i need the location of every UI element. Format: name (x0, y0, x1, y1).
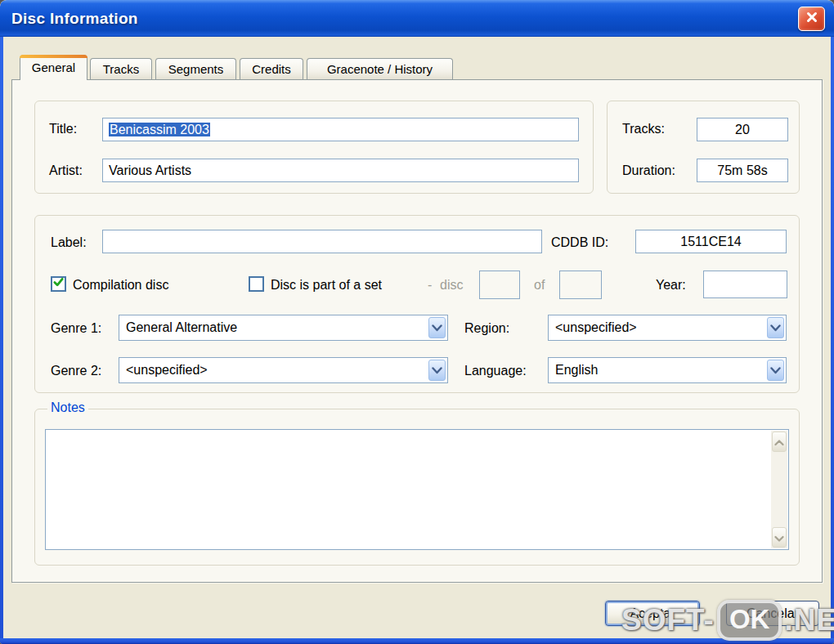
chevron-down-icon[interactable] (428, 317, 446, 338)
tab-general-label: General (32, 60, 75, 74)
notes-textarea[interactable] (45, 429, 789, 550)
tab-segments[interactable]: Segments (155, 58, 236, 79)
cancel-button[interactable]: Cancelar (726, 601, 819, 626)
selected-text: Benicassim 2003 (109, 123, 210, 136)
window-border-bottom (0, 638, 834, 644)
disc-set-label: Disc is part of a set (271, 278, 382, 293)
year-label: Year: (656, 278, 686, 293)
language-label: Language: (464, 364, 527, 378)
genre1-value: General Alternative (126, 315, 237, 340)
window-border-right (831, 25, 834, 644)
region-label: Region: (464, 321, 509, 336)
title-bar[interactable]: Disc Information (0, 0, 834, 37)
disc-set-checkbox[interactable] (249, 276, 264, 292)
window-border-left (0, 25, 3, 644)
genre2-select[interactable]: <unspecified> (119, 357, 448, 383)
tab-gracenote-label: Gracenote / History (327, 62, 433, 76)
close-button[interactable] (798, 7, 825, 31)
compilation-disc-label: Compilation disc (73, 278, 168, 293)
chevron-down-icon[interactable] (767, 317, 784, 338)
scroll-down-button[interactable] (772, 527, 787, 548)
artist-input[interactable]: Various Artists (102, 159, 579, 182)
disc-number-label: disc (440, 278, 463, 293)
language-select[interactable]: English (548, 357, 787, 383)
cddb-id-value: 1511CE14 (635, 230, 787, 253)
genre1-select[interactable]: General Alternative (119, 315, 448, 341)
close-icon (805, 11, 818, 27)
genre2-value: <unspecified> (126, 358, 208, 382)
notes-caption: Notes (47, 400, 88, 415)
title-input[interactable]: Benicassim 2003 (102, 118, 579, 141)
tab-gracenote-history[interactable]: Gracenote / History (307, 58, 453, 79)
title-label: Title: (49, 122, 77, 136)
artist-label: Artist: (49, 163, 83, 178)
notes-scrollbar[interactable] (771, 431, 787, 548)
compilation-disc-checkbox[interactable] (51, 276, 66, 292)
disc-of-label: of (534, 278, 545, 293)
tab-credits[interactable]: Credits (240, 58, 303, 79)
check-icon (52, 276, 65, 292)
chevron-down-icon[interactable] (767, 360, 784, 381)
tab-credits-label: Credits (252, 62, 291, 76)
record-label-input[interactable] (102, 230, 542, 253)
scroll-up-button[interactable] (772, 432, 787, 452)
accept-button[interactable]: Aceptar (605, 601, 700, 626)
chevron-down-icon[interactable] (428, 360, 446, 381)
disc-number-input[interactable] (479, 271, 520, 299)
tab-tracks[interactable]: Tracks (90, 58, 152, 79)
tab-general[interactable]: General (20, 55, 87, 80)
region-value: <unspecified> (555, 315, 637, 340)
genre1-label: Genre 1: (51, 321, 101, 336)
record-label-label: Label: (51, 235, 87, 250)
duration-label: Duration: (622, 163, 675, 178)
tracks-value: 20 (697, 118, 788, 141)
language-value: English (555, 358, 598, 382)
disc-total-input[interactable] (559, 271, 602, 299)
tab-segments-label: Segments (168, 62, 224, 76)
chevron-up-icon (774, 435, 784, 449)
tab-tracks-label: Tracks (103, 62, 139, 76)
dash-separator: - (428, 278, 432, 293)
window-title: Disc Information (11, 0, 138, 37)
year-input[interactable] (703, 271, 787, 298)
disc-information-dialog: Disc Information General Tracks Segments… (0, 0, 834, 644)
genre2-label: Genre 2: (51, 364, 101, 378)
region-select[interactable]: <unspecified> (548, 315, 787, 341)
chevron-down-icon (774, 530, 784, 545)
duration-value: 75m 58s (697, 159, 788, 182)
cddb-id-label: CDDB ID: (551, 235, 608, 250)
tracks-label: Tracks: (622, 122, 665, 136)
